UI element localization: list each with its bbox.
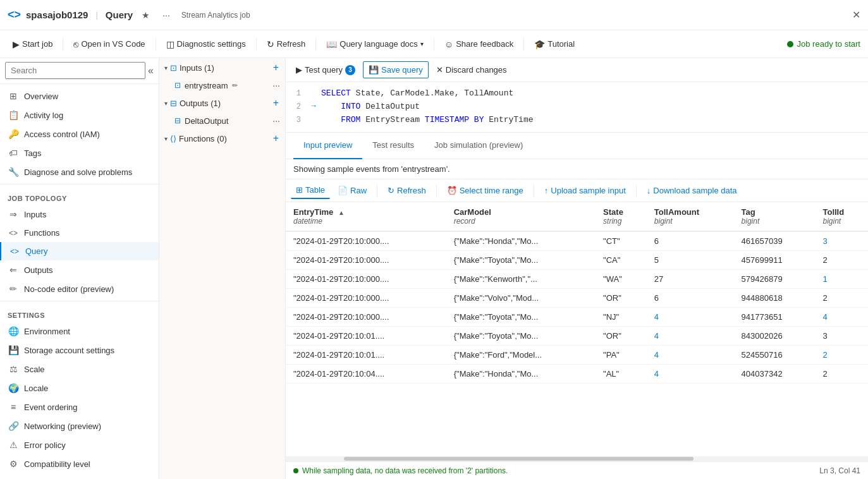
table-cell[interactable]: 4 xyxy=(647,346,734,365)
sidebar-item-no-code-editor[interactable]: ✏ No-code editor (preview) xyxy=(0,279,159,298)
query-toolbar: ▶ Test query 3 💾 Save query ✕ Discard ch… xyxy=(286,58,868,82)
share-feedback-button[interactable]: ☺ Share feedback xyxy=(439,35,518,53)
preview-toolbar-sep-4 xyxy=(636,185,637,197)
line-num-1: 1 xyxy=(286,87,306,100)
tutorial-button[interactable]: 🎓 Tutorial xyxy=(529,35,580,53)
sidebar-item-storage-account[interactable]: 💾 Storage account settings xyxy=(0,341,159,360)
sql-line-1: 1 SELECT State, CarModel.Make, TollAmoun… xyxy=(286,87,868,100)
tab-input-preview[interactable]: Input preview xyxy=(293,133,362,159)
th-car-model-type: record xyxy=(454,217,588,226)
sidebar-item-error-policy[interactable]: ⚠ Error policy xyxy=(0,435,159,454)
sidebar-search-container xyxy=(5,62,145,80)
horizontal-scrollbar-thumb[interactable] xyxy=(344,457,694,461)
tab-test-results[interactable]: Test results xyxy=(362,133,424,159)
sidebar-item-outputs[interactable]: ⇐ Outputs xyxy=(0,260,159,279)
add-function-button[interactable]: + xyxy=(272,133,280,144)
input-more-icon[interactable]: ··· xyxy=(272,80,280,90)
sidebar-item-tags[interactable]: 🏷 Tags xyxy=(0,143,159,162)
start-job-button[interactable]: ▶ Start job xyxy=(8,35,58,53)
resource-outputs-header[interactable]: ▾ ⊟ Outputs (1) + xyxy=(159,94,285,112)
resource-panel: ▾ ⊡ Inputs (1) + ⊡ entrystream ✏ ··· xyxy=(159,58,286,479)
table-view-button[interactable]: ⊞ Table xyxy=(291,182,330,199)
close-button[interactable]: ✕ xyxy=(852,9,860,21)
functions-icon: <> xyxy=(8,229,19,238)
preview-refresh-label: Refresh xyxy=(397,186,426,195)
sidebar-item-activity-log[interactable]: 📋 Activity log xyxy=(0,106,159,124)
table-cell: 461657039 xyxy=(734,231,816,251)
sidebar-item-query[interactable]: <> Query xyxy=(0,242,159,260)
table-cell[interactable]: 4 xyxy=(815,308,868,327)
input-stream-icon: ⊡ xyxy=(174,81,181,90)
table-cell: "2024-01-29T20:10:04.... xyxy=(286,365,446,384)
content-split: ▾ ⊡ Inputs (1) + ⊡ entrystream ✏ ··· xyxy=(159,58,868,479)
sidebar-item-label: Outputs xyxy=(24,265,53,275)
discard-icon: ✕ xyxy=(436,65,443,75)
test-play-icon: ▶ xyxy=(296,65,302,75)
output-more-icon[interactable]: ··· xyxy=(272,116,280,126)
sidebar-item-scale[interactable]: ⚖ Scale xyxy=(0,360,159,379)
sidebar-item-environment[interactable]: 🌐 Environment xyxy=(0,322,159,341)
page-name: Query xyxy=(106,9,133,20)
sidebar-item-functions[interactable]: <> Functions xyxy=(0,224,159,242)
search-input[interactable] xyxy=(5,62,145,79)
scale-icon: ⚖ xyxy=(8,364,19,374)
tutorial-label: Tutorial xyxy=(547,39,575,49)
sort-icon-entry-time: ▲ xyxy=(338,209,345,216)
preview-refresh-button[interactable]: ↻ Refresh xyxy=(382,183,431,198)
resource-inputs-header-left: ▾ ⊡ Inputs (1) xyxy=(164,63,214,73)
resource-item-deltaoutput[interactable]: ⊟ DeltaOutput ··· xyxy=(159,112,285,129)
save-query-button[interactable]: 💾 Save query xyxy=(363,61,429,78)
table-cell[interactable]: 3 xyxy=(815,231,868,251)
table-cell: {"Make":"Toyota","Mo... xyxy=(446,251,596,270)
raw-view-button[interactable]: 📄 Raw xyxy=(333,183,372,198)
open-vs-code-button[interactable]: ⎋ Open in VS Code xyxy=(68,35,150,53)
job-status-label: Job ready to start xyxy=(797,39,860,49)
test-query-badge: 3 xyxy=(345,65,355,75)
sql-editor[interactable]: 1 SELECT State, CarModel.Make, TollAmoun… xyxy=(286,82,868,133)
preview-toolbar-sep-2 xyxy=(436,185,437,197)
app-icon: <> xyxy=(8,8,21,21)
table-cell[interactable]: 4 xyxy=(647,308,734,327)
sidebar-item-locale[interactable]: 🌍 Locale xyxy=(0,379,159,397)
data-table-wrap: EntryTime ▲ datetime CarModel record xyxy=(286,202,868,456)
sidebar-item-label: Access control (IAM) xyxy=(24,130,100,139)
sidebar-item-compatibility-level[interactable]: ⚙ Compatibility level xyxy=(0,454,159,473)
more-options-button[interactable]: ··· xyxy=(159,8,174,23)
table-cell[interactable]: 2 xyxy=(815,346,868,365)
tab-job-simulation[interactable]: Job simulation (preview) xyxy=(424,133,533,159)
status-bar: While sampling data, no data was receive… xyxy=(286,461,868,479)
sidebar-item-networking[interactable]: 🔗 Networking (preview) xyxy=(0,416,159,435)
diagnostic-settings-button[interactable]: ◫ Diagnostic settings xyxy=(161,35,251,53)
horizontal-scrollbar[interactable] xyxy=(286,456,868,461)
expand-outputs-icon: ▾ xyxy=(164,100,168,107)
sidebar: « ⊞ Overview 📋 Activity log 🔑 Access con… xyxy=(0,58,159,479)
play-icon: ▶ xyxy=(13,39,20,49)
select-time-range-button[interactable]: ⏰ Select time range xyxy=(442,183,529,198)
th-toll-id-type: bigint xyxy=(822,217,860,226)
sidebar-item-diagnose[interactable]: 🔧 Diagnose and solve problems xyxy=(0,162,159,181)
th-toll-amount-type: bigint xyxy=(654,217,726,226)
table-cell: "CA" xyxy=(596,251,647,270)
star-button[interactable]: ★ xyxy=(138,8,154,23)
sidebar-item-inputs[interactable]: ⇒ Inputs xyxy=(0,205,159,224)
table-cell[interactable]: 1 xyxy=(815,270,868,289)
sidebar-collapse-button[interactable]: « xyxy=(148,65,154,76)
upload-sample-button[interactable]: ↑ Upload sample input xyxy=(539,183,631,198)
sidebar-item-access-control[interactable]: 🔑 Access control (IAM) xyxy=(0,124,159,143)
download-sample-button[interactable]: ↓ Download sample data xyxy=(642,183,742,198)
toolbar-sep-1 xyxy=(63,38,63,51)
query-lang-docs-button[interactable]: 📖 Query language docs ▾ xyxy=(321,35,429,53)
table-row: "2024-01-29T20:10:01....{"Make":"Ford","… xyxy=(286,346,868,365)
resource-item-entrystream[interactable]: ⊡ entrystream ✏ ··· xyxy=(159,77,285,94)
table-cell[interactable]: 4 xyxy=(647,365,734,384)
sidebar-item-event-ordering[interactable]: ≡ Event ordering xyxy=(0,397,159,416)
resource-functions-header[interactable]: ▾ ⟨⟩ Functions (0) + xyxy=(159,129,285,148)
refresh-button[interactable]: ↻ Refresh xyxy=(262,35,311,53)
add-output-button[interactable]: + xyxy=(272,97,280,109)
discard-changes-button[interactable]: ✕ Discard changes xyxy=(431,62,512,78)
resource-inputs-header[interactable]: ▾ ⊡ Inputs (1) + xyxy=(159,58,285,77)
test-query-button[interactable]: ▶ Test query 3 xyxy=(291,62,360,78)
sidebar-item-overview[interactable]: ⊞ Overview xyxy=(0,87,159,106)
add-input-button[interactable]: + xyxy=(272,62,280,73)
table-cell[interactable]: 4 xyxy=(647,327,734,346)
